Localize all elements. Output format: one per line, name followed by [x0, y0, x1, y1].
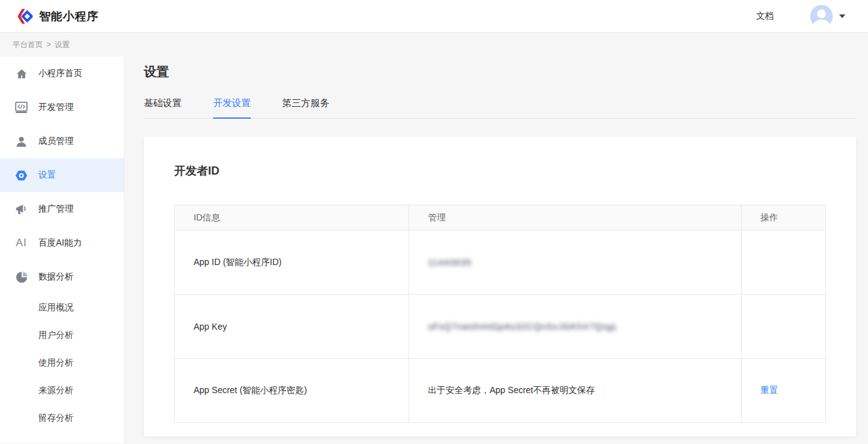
sidebar-subitem-user-analysis[interactable]: 用户分析 [0, 322, 124, 349]
breadcrumb-current: 设置 [55, 40, 70, 50]
chevron-down-icon[interactable] [839, 14, 845, 18]
member-icon [15, 134, 28, 148]
row-label: App Secret (智能小程序密匙) [175, 359, 409, 423]
sidebar-item-label: 小程序首页 [38, 68, 82, 79]
table-row-app-key: App Key sFsQ7nwshmtGpAs32CQnSxJGKhX7QsgL [175, 295, 826, 359]
main-content: 设置 基础设置 开发设置 第三方服务 开发者ID ID信息 管理 操作 [124, 57, 868, 443]
developer-id-table: ID信息 管理 操作 App ID (智能小程序ID) 11443635 App… [174, 205, 826, 423]
home-icon [15, 67, 28, 80]
row-label: App Key [175, 295, 409, 359]
sidebar-subitem-app-overview[interactable]: 应用概况 [0, 294, 124, 322]
avatar-body-shape [813, 19, 830, 28]
column-header-operation: 操作 [742, 205, 826, 230]
breadcrumb: 平台首页 > 设置 [0, 33, 868, 57]
brand-logo[interactable]: 智能小程序 [15, 8, 99, 25]
settings-tabs: 基础设置 开发设置 第三方服务 [144, 97, 856, 119]
sidebar-subitem-usage-analysis[interactable]: 使用分析 [0, 349, 124, 377]
sidebar: 小程序首页 开发管理 成员管理 [0, 57, 124, 443]
doc-link[interactable]: 文档 [756, 11, 774, 22]
tab-third-party[interactable]: 第三方服务 [282, 97, 329, 119]
settings-icon [15, 168, 28, 182]
sidebar-item-home[interactable]: 小程序首页 [0, 57, 124, 90]
sidebar-item-label: 设置 [38, 170, 56, 181]
app-key-value-masked: sFsQ7nwshmtGpAs32CQnSxJGKhX7QsgL [428, 322, 618, 332]
tab-dev-settings[interactable]: 开发设置 [213, 97, 251, 119]
row-action-empty [742, 295, 826, 359]
row-action-empty [742, 230, 826, 295]
megaphone-icon [15, 202, 28, 216]
avatar-head-shape [817, 9, 826, 18]
sidebar-item-dev-management[interactable]: 开发管理 [0, 90, 124, 124]
sidebar-item-label: 开发管理 [38, 102, 74, 113]
sidebar-item-label: 百度AI能力 [38, 237, 82, 249]
sidebar-item-promotion[interactable]: 推广管理 [0, 192, 124, 226]
sidebar-item-label: 数据分析 [38, 271, 74, 283]
sidebar-subitem-retention-analysis[interactable]: 留存分析 [0, 404, 124, 432]
column-header-management: 管理 [409, 205, 742, 230]
tab-basic-settings[interactable]: 基础设置 [144, 97, 182, 119]
reset-link[interactable]: 重置 [761, 385, 778, 395]
table-row-app-id: App ID (智能小程序ID) 11443635 [175, 230, 826, 295]
breadcrumb-separator: > [47, 40, 51, 49]
column-header-id-info: ID信息 [175, 205, 409, 230]
developer-id-card: 开发者ID ID信息 管理 操作 App ID (智能小程序ID) 114436… [144, 137, 856, 436]
code-icon [15, 100, 28, 114]
avatar[interactable] [810, 5, 833, 28]
app-secret-notice: 出于安全考虑，App Secret不再被明文保存 [409, 359, 742, 423]
sidebar-item-settings[interactable]: 设置 [0, 158, 124, 192]
pie-chart-icon [15, 270, 28, 284]
sidebar-item-members[interactable]: 成员管理 [0, 124, 124, 158]
table-row-app-secret: App Secret (智能小程序密匙) 出于安全考虑，App Secret不再… [175, 359, 826, 423]
developer-id-heading: 开发者ID [174, 163, 826, 178]
app-header: 智能小程序 文档 [0, 0, 868, 33]
smart-program-logo-icon [15, 8, 33, 25]
sidebar-item-label: 成员管理 [38, 136, 74, 147]
page-title: 设置 [144, 63, 856, 80]
ai-icon: AI [15, 236, 28, 250]
sidebar-subitem-source-analysis[interactable]: 来源分析 [0, 377, 124, 404]
breadcrumb-home[interactable]: 平台首页 [13, 40, 43, 50]
app-id-value-masked: 11443635 [428, 257, 471, 268]
brand-name: 智能小程序 [39, 9, 99, 24]
sidebar-item-label: 推广管理 [38, 203, 74, 215]
sidebar-item-data-analysis[interactable]: 数据分析 [0, 260, 124, 294]
table-header-row: ID信息 管理 操作 [175, 205, 826, 230]
sidebar-item-baidu-ai[interactable]: AI 百度AI能力 [0, 226, 124, 260]
row-label: App ID (智能小程序ID) [175, 230, 409, 295]
